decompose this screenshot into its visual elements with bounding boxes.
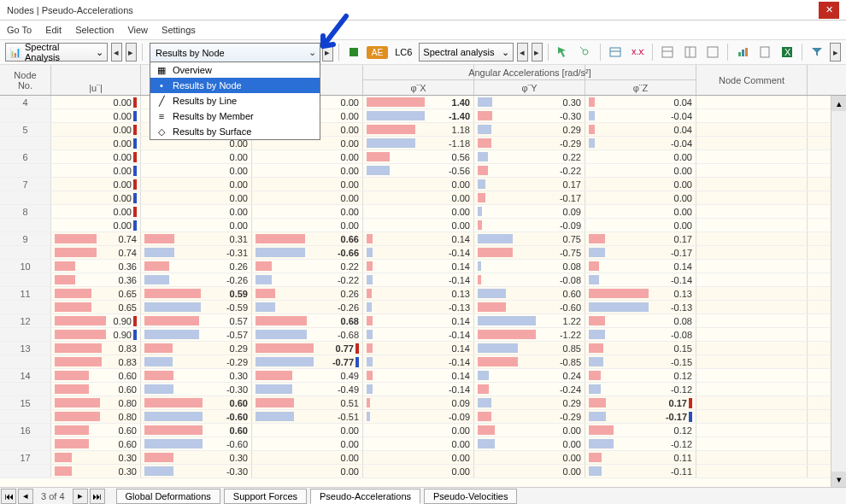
option-results-by-surface[interactable]: ◇Results by Surface (150, 124, 320, 139)
table-row[interactable]: 0.000.00-1.40-0.30-0.04 (0, 109, 831, 123)
menu-edit[interactable]: Edit (45, 25, 62, 35)
table-row[interactable]: 0.83-0.29-0.77-0.14-0.85-0.15 (0, 355, 831, 369)
vertical-scrollbar[interactable]: ▴ ▾ (831, 96, 846, 487)
loadcase-combo[interactable]: Spectral analysis ⌄ (419, 43, 514, 62)
table-row[interactable]: 50.000.000.001.180.290.04 (0, 123, 831, 137)
table-layout-2-button[interactable] (680, 43, 699, 62)
table-row[interactable]: 0.000.000.000.00-0.170.00 (0, 191, 831, 205)
close-button[interactable]: ✕ (819, 2, 839, 19)
table-row[interactable]: 0.80-0.60-0.51-0.09-0.29-0.17 (0, 410, 831, 424)
results-combo-value[interactable]: Results by Node ⌄ (150, 44, 320, 62)
table-row[interactable]: 170.300.300.000.000.000.11 (0, 451, 831, 465)
scroll-up-button[interactable]: ▴ (831, 96, 846, 111)
table-cell: 0.13 (585, 287, 696, 300)
table-row[interactable]: 140.600.300.490.140.240.12 (0, 369, 831, 383)
decimals-button[interactable]: x.xx (628, 43, 647, 62)
table-cell: 0.80 (51, 410, 141, 423)
table-row[interactable]: 0.60-0.600.000.000.00-0.12 (0, 437, 831, 451)
option-overview[interactable]: ▦Overview (150, 62, 320, 78)
table-row[interactable]: 80.000.000.000.000.090.00 (0, 205, 831, 219)
chevron-down-icon: ⌄ (502, 47, 509, 58)
table-row[interactable]: 90.740.310.660.140.750.17 (0, 232, 831, 246)
option-results-by-line[interactable]: ╱Results by Line (150, 93, 320, 108)
tab-global-deformations[interactable]: Global Deformations (116, 489, 220, 504)
page-last-button[interactable]: ⏭ (90, 489, 105, 504)
select-nodes-button[interactable] (554, 43, 573, 62)
table-cell: 0.60 (474, 287, 585, 300)
table-row[interactable]: 0.36-0.26-0.22-0.14-0.08-0.14 (0, 273, 831, 287)
lc-prev-button[interactable]: ◂ (517, 43, 528, 62)
table-layout-1-button[interactable] (658, 43, 677, 62)
table-cell: 0.74 (51, 246, 141, 259)
results-by-combo[interactable]: Results by Node ⌄ ▦Overview •Results by … (150, 43, 320, 140)
table-row[interactable]: 0.60-0.30-0.49-0.14-0.24-0.12 (0, 383, 831, 396)
menu-goto[interactable]: Go To (7, 25, 32, 35)
table-row[interactable]: 120.900.570.680.141.220.08 (0, 314, 831, 328)
table-row[interactable]: 40.000.001.400.300.04 (0, 96, 831, 109)
menu-settings[interactable]: Settings (162, 25, 196, 35)
table-cell: -0.13 (585, 301, 696, 314)
col-u-header[interactable]: |u¨| (51, 65, 141, 95)
pick-node-button[interactable] (576, 43, 595, 62)
nav-next-button[interactable]: ▸ (126, 43, 137, 62)
table-row[interactable]: 160.600.600.000.000.000.12 (0, 424, 831, 437)
page-prev-button[interactable]: ◂ (18, 489, 33, 504)
table-cell: 0.00 (363, 205, 474, 218)
table-cell: 0.00 (252, 205, 363, 218)
chart-button[interactable] (733, 43, 752, 62)
table-row[interactable]: 0.30-0.300.000.000.00-0.11 (0, 465, 831, 478)
table-cell: 0.74 (51, 232, 141, 245)
table-cell: 0.29 (474, 396, 585, 409)
table-row[interactable]: 110.650.590.260.130.600.13 (0, 287, 831, 301)
toolbar: 📊 Spectral Analysis ⌄ ◂ ▸ ◂ ▸ AE LC6 Spe… (0, 39, 846, 65)
table-row[interactable]: 60.000.000.000.560.220.00 (0, 150, 831, 164)
table-layout-3-button[interactable] (703, 43, 722, 62)
table-row[interactable]: 0.74-0.31-0.66-0.14-0.75-0.17 (0, 246, 831, 260)
tab-pseudo-accelerations[interactable]: Pseudo-Accelerations (310, 489, 420, 504)
table-cell: 5 (0, 123, 51, 136)
option-results-by-node[interactable]: •Results by Node (150, 78, 320, 93)
col-comment-header[interactable]: Node Comment (696, 65, 808, 95)
analysis-type-combo[interactable]: 📊 Spectral Analysis ⌄ (5, 43, 108, 62)
table-cell: 0.00 (585, 178, 696, 190)
view-toggle-button[interactable] (606, 43, 625, 62)
sheet-button[interactable] (755, 43, 774, 62)
table-row[interactable]: 100.360.260.220.140.080.14 (0, 260, 831, 273)
table-cell: 0.11 (585, 451, 696, 464)
table-cell: -0.60 (141, 410, 252, 423)
filter-button[interactable] (808, 43, 826, 62)
table-row[interactable]: 0.000.000.000.00-0.090.00 (0, 219, 831, 232)
scroll-down-button[interactable]: ▾ (831, 472, 846, 487)
table-cell: 0.17 (585, 232, 696, 245)
tab-support-forces[interactable]: Support Forces (224, 489, 307, 504)
table-row[interactable]: 0.65-0.59-0.26-0.13-0.60-0.13 (0, 301, 831, 314)
table-cell: 0.14 (363, 232, 474, 245)
table-cell: 0.00 (51, 178, 141, 190)
excel-button[interactable]: X (778, 43, 796, 62)
menu-selection[interactable]: Selection (75, 25, 114, 35)
toolbar-more-button[interactable]: ▸ (830, 43, 841, 62)
svg-rect-8 (708, 47, 718, 57)
table-cell (696, 369, 808, 382)
table-cell: 0.24 (474, 369, 585, 382)
table-row[interactable]: 70.000.000.000.000.170.00 (0, 178, 831, 191)
table-cell (696, 287, 808, 300)
table-row[interactable]: 0.000.000.00-1.18-0.29-0.04 (0, 137, 831, 150)
menu-view[interactable]: View (127, 25, 148, 35)
table-row[interactable]: 130.830.290.770.140.850.15 (0, 342, 831, 355)
svg-rect-6 (685, 47, 696, 57)
tab-pseudo-velocities[interactable]: Pseudo-Velocities (424, 489, 517, 504)
page-first-button[interactable]: ⏮ (1, 489, 16, 504)
table-row[interactable]: 0.90-0.57-0.68-0.14-1.22-0.08 (0, 328, 831, 342)
option-results-by-member[interactable]: ≡Results by Member (150, 108, 320, 124)
ae-badge: AE (367, 46, 388, 59)
loadcase-label: LC6 (391, 47, 415, 57)
page-next-button[interactable]: ▸ (73, 489, 88, 504)
col-node-header[interactable]: Node No. (0, 65, 51, 95)
table-row[interactable]: 150.800.600.510.090.290.17 (0, 396, 831, 410)
table-row[interactable]: 0.000.000.00-0.56-0.220.00 (0, 164, 831, 178)
lc-next-button[interactable]: ▸ (532, 43, 543, 62)
table-cell: 7 (0, 178, 51, 190)
overview-icon: ▦ (156, 65, 167, 76)
nav-prev-button[interactable]: ◂ (111, 43, 122, 62)
